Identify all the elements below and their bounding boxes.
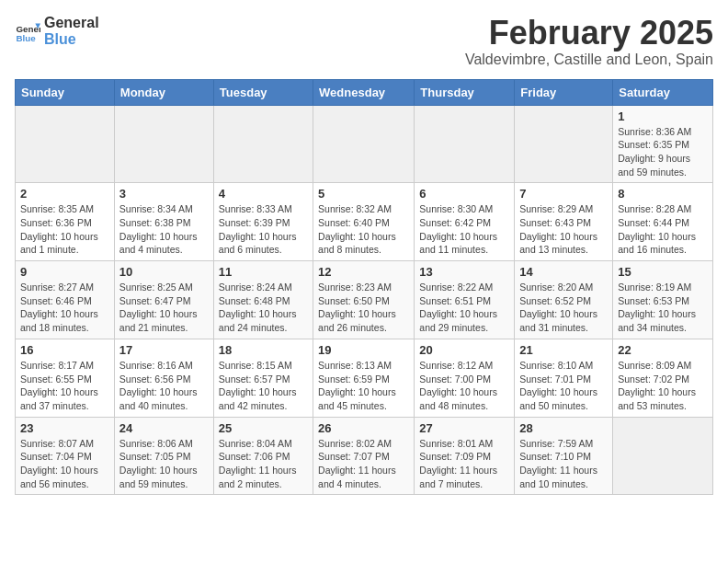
calendar-cell: 14Sunrise: 8:20 AM Sunset: 6:52 PM Dayli… bbox=[515, 261, 613, 339]
calendar-table: SundayMondayTuesdayWednesdayThursdayFrid… bbox=[15, 79, 713, 496]
day-detail: Sunrise: 8:02 AM Sunset: 7:07 PM Dayligh… bbox=[318, 437, 409, 491]
day-detail: Sunrise: 8:29 AM Sunset: 6:43 PM Dayligh… bbox=[519, 202, 608, 257]
calendar-cell: 2Sunrise: 8:35 AM Sunset: 6:36 PM Daylig… bbox=[16, 183, 115, 261]
location-title: Valdevimbre, Castille and Leon, Spain bbox=[465, 52, 713, 68]
calendar-cell: 8Sunrise: 8:28 AM Sunset: 6:44 PM Daylig… bbox=[613, 183, 713, 261]
calendar-week-row: 16Sunrise: 8:17 AM Sunset: 6:55 PM Dayli… bbox=[16, 339, 713, 417]
day-detail: Sunrise: 8:30 AM Sunset: 6:42 PM Dayligh… bbox=[419, 202, 509, 257]
calendar-cell: 22Sunrise: 8:09 AM Sunset: 7:02 PM Dayli… bbox=[613, 339, 713, 417]
day-number: 22 bbox=[618, 343, 708, 357]
day-detail: Sunrise: 8:22 AM Sunset: 6:51 PM Dayligh… bbox=[419, 281, 509, 335]
day-detail: Sunrise: 8:20 AM Sunset: 6:52 PM Dayligh… bbox=[519, 281, 608, 335]
day-detail: Sunrise: 8:33 AM Sunset: 6:39 PM Dayligh… bbox=[219, 202, 308, 257]
day-number: 15 bbox=[618, 265, 708, 279]
day-number: 26 bbox=[318, 421, 409, 435]
day-number: 3 bbox=[119, 187, 209, 201]
calendar-cell: 4Sunrise: 8:33 AM Sunset: 6:39 PM Daylig… bbox=[213, 183, 313, 261]
calendar-week-row: 2Sunrise: 8:35 AM Sunset: 6:36 PM Daylig… bbox=[16, 183, 713, 261]
day-number: 9 bbox=[20, 265, 109, 279]
logo: General Blue General Blue bbox=[15, 15, 99, 48]
calendar-cell bbox=[515, 105, 613, 183]
day-number: 8 bbox=[618, 187, 708, 201]
day-number: 1 bbox=[618, 109, 708, 123]
day-number: 16 bbox=[20, 343, 109, 357]
calendar-cell bbox=[415, 105, 515, 183]
day-number: 13 bbox=[419, 265, 509, 279]
logo-icon: General Blue bbox=[15, 18, 40, 44]
day-header-thursday: Thursday bbox=[415, 79, 515, 105]
calendar-header-row: SundayMondayTuesdayWednesdayThursdayFrid… bbox=[16, 79, 713, 105]
calendar-week-row: 1Sunrise: 8:36 AM Sunset: 6:35 PM Daylig… bbox=[16, 105, 713, 183]
calendar-cell: 26Sunrise: 8:02 AM Sunset: 7:07 PM Dayli… bbox=[313, 417, 415, 495]
calendar-cell bbox=[213, 105, 313, 183]
day-number: 24 bbox=[119, 421, 209, 435]
calendar-cell: 11Sunrise: 8:24 AM Sunset: 6:48 PM Dayli… bbox=[213, 261, 313, 339]
calendar-cell: 24Sunrise: 8:06 AM Sunset: 7:05 PM Dayli… bbox=[114, 417, 213, 495]
day-detail: Sunrise: 8:28 AM Sunset: 6:44 PM Dayligh… bbox=[618, 202, 708, 257]
day-detail: Sunrise: 8:24 AM Sunset: 6:48 PM Dayligh… bbox=[219, 281, 308, 335]
day-number: 2 bbox=[20, 187, 109, 201]
day-number: 27 bbox=[419, 421, 509, 435]
day-number: 20 bbox=[419, 343, 509, 357]
svg-text:Blue: Blue bbox=[16, 33, 36, 43]
calendar-cell: 17Sunrise: 8:16 AM Sunset: 6:56 PM Dayli… bbox=[114, 339, 213, 417]
day-number: 18 bbox=[219, 343, 308, 357]
day-detail: Sunrise: 8:35 AM Sunset: 6:36 PM Dayligh… bbox=[20, 202, 109, 257]
day-detail: Sunrise: 8:07 AM Sunset: 7:04 PM Dayligh… bbox=[20, 437, 109, 491]
calendar-cell: 18Sunrise: 8:15 AM Sunset: 6:57 PM Dayli… bbox=[213, 339, 313, 417]
calendar-cell: 3Sunrise: 8:34 AM Sunset: 6:38 PM Daylig… bbox=[114, 183, 213, 261]
day-detail: Sunrise: 8:15 AM Sunset: 6:57 PM Dayligh… bbox=[219, 359, 308, 413]
logo-line2: Blue bbox=[44, 31, 99, 48]
day-number: 5 bbox=[318, 187, 409, 201]
day-detail: Sunrise: 8:06 AM Sunset: 7:05 PM Dayligh… bbox=[119, 437, 209, 491]
day-number: 4 bbox=[219, 187, 308, 201]
calendar-cell: 9Sunrise: 8:27 AM Sunset: 6:46 PM Daylig… bbox=[16, 261, 115, 339]
day-header-wednesday: Wednesday bbox=[313, 79, 415, 105]
calendar-week-row: 9Sunrise: 8:27 AM Sunset: 6:46 PM Daylig… bbox=[16, 261, 713, 339]
calendar-cell: 16Sunrise: 8:17 AM Sunset: 6:55 PM Dayli… bbox=[16, 339, 115, 417]
day-header-saturday: Saturday bbox=[613, 79, 713, 105]
calendar-cell: 25Sunrise: 8:04 AM Sunset: 7:06 PM Dayli… bbox=[213, 417, 313, 495]
day-detail: Sunrise: 8:32 AM Sunset: 6:40 PM Dayligh… bbox=[318, 202, 409, 257]
day-number: 11 bbox=[219, 265, 308, 279]
day-number: 17 bbox=[119, 343, 209, 357]
day-detail: Sunrise: 8:25 AM Sunset: 6:47 PM Dayligh… bbox=[119, 281, 209, 335]
header: General Blue General Blue February 2025 … bbox=[15, 15, 713, 68]
calendar-cell: 27Sunrise: 8:01 AM Sunset: 7:09 PM Dayli… bbox=[415, 417, 515, 495]
day-number: 7 bbox=[519, 187, 608, 201]
calendar-cell: 6Sunrise: 8:30 AM Sunset: 6:42 PM Daylig… bbox=[415, 183, 515, 261]
month-title: February 2025 bbox=[465, 15, 713, 52]
day-detail: Sunrise: 8:10 AM Sunset: 7:01 PM Dayligh… bbox=[519, 359, 608, 413]
day-number: 23 bbox=[20, 421, 109, 435]
day-detail: Sunrise: 8:19 AM Sunset: 6:53 PM Dayligh… bbox=[618, 281, 708, 335]
day-header-sunday: Sunday bbox=[16, 79, 115, 105]
calendar-cell: 7Sunrise: 8:29 AM Sunset: 6:43 PM Daylig… bbox=[515, 183, 613, 261]
calendar-cell: 19Sunrise: 8:13 AM Sunset: 6:59 PM Dayli… bbox=[313, 339, 415, 417]
day-number: 14 bbox=[519, 265, 608, 279]
calendar-cell: 28Sunrise: 7:59 AM Sunset: 7:10 PM Dayli… bbox=[515, 417, 613, 495]
day-number: 12 bbox=[318, 265, 409, 279]
logo-line1: General bbox=[44, 15, 99, 31]
day-detail: Sunrise: 8:01 AM Sunset: 7:09 PM Dayligh… bbox=[419, 437, 509, 491]
day-detail: Sunrise: 8:16 AM Sunset: 6:56 PM Dayligh… bbox=[119, 359, 209, 413]
day-detail: Sunrise: 8:27 AM Sunset: 6:46 PM Dayligh… bbox=[20, 281, 109, 335]
calendar-cell bbox=[16, 105, 115, 183]
day-detail: Sunrise: 8:17 AM Sunset: 6:55 PM Dayligh… bbox=[20, 359, 109, 413]
calendar-cell: 20Sunrise: 8:12 AM Sunset: 7:00 PM Dayli… bbox=[415, 339, 515, 417]
day-number: 21 bbox=[519, 343, 608, 357]
day-header-tuesday: Tuesday bbox=[213, 79, 313, 105]
calendar-cell: 5Sunrise: 8:32 AM Sunset: 6:40 PM Daylig… bbox=[313, 183, 415, 261]
day-header-monday: Monday bbox=[114, 79, 213, 105]
calendar-cell bbox=[613, 417, 713, 495]
calendar-cell bbox=[313, 105, 415, 183]
calendar-cell bbox=[114, 105, 213, 183]
calendar-cell: 12Sunrise: 8:23 AM Sunset: 6:50 PM Dayli… bbox=[313, 261, 415, 339]
day-header-friday: Friday bbox=[515, 79, 613, 105]
day-number: 28 bbox=[519, 421, 608, 435]
calendar-week-row: 23Sunrise: 8:07 AM Sunset: 7:04 PM Dayli… bbox=[16, 417, 713, 495]
day-detail: Sunrise: 8:12 AM Sunset: 7:00 PM Dayligh… bbox=[419, 359, 509, 413]
calendar-cell: 1Sunrise: 8:36 AM Sunset: 6:35 PM Daylig… bbox=[613, 105, 713, 183]
day-number: 25 bbox=[219, 421, 308, 435]
day-detail: Sunrise: 8:13 AM Sunset: 6:59 PM Dayligh… bbox=[318, 359, 409, 413]
day-detail: Sunrise: 8:23 AM Sunset: 6:50 PM Dayligh… bbox=[318, 281, 409, 335]
